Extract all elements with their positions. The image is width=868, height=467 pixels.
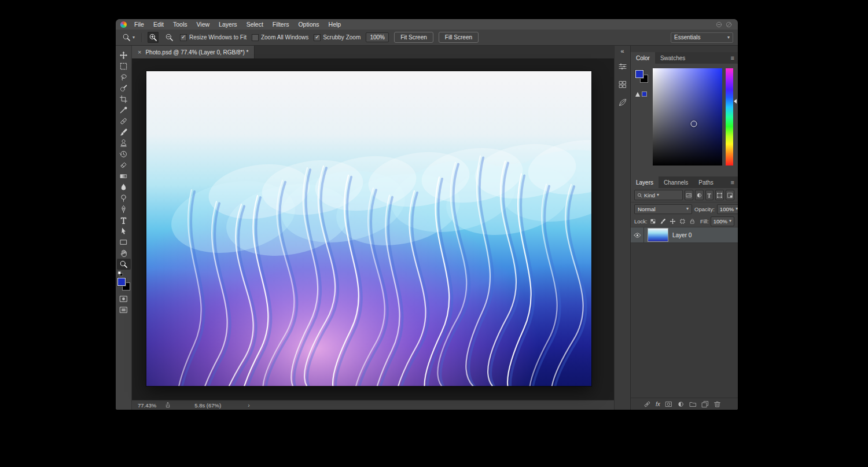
add-layer-mask-icon[interactable] bbox=[665, 400, 672, 408]
quick-mask-mode-button[interactable] bbox=[117, 293, 131, 304]
foreground-color-chip[interactable] bbox=[635, 70, 643, 78]
checkbox-scrubby-zoom[interactable]: ✓ Scrubby Zoom bbox=[314, 34, 361, 41]
checkbox-box: ✓ bbox=[252, 34, 259, 41]
checkbox-zoom-all-windows[interactable]: ✓ Zoom All Windows bbox=[252, 34, 308, 41]
zoom-tool[interactable] bbox=[117, 259, 131, 270]
desktop-background: File Edit Tools View Layers Select Filte… bbox=[0, 0, 868, 467]
lock-artboard-icon[interactable] bbox=[679, 217, 687, 225]
rectangle-tool[interactable] bbox=[117, 237, 131, 248]
hand-tool[interactable] bbox=[117, 248, 131, 259]
eraser-tool[interactable] bbox=[117, 160, 131, 171]
menu-help[interactable]: Help bbox=[324, 21, 346, 28]
status-expand-icon[interactable]: › bbox=[248, 402, 249, 409]
clone-stamp-tool[interactable] bbox=[117, 138, 131, 149]
collapse-panels-icon[interactable]: « bbox=[620, 47, 624, 55]
filter-type-layers-icon[interactable] bbox=[705, 190, 714, 200]
properties-panel-icon[interactable] bbox=[616, 60, 630, 73]
filter-pixel-layers-icon[interactable] bbox=[685, 190, 693, 200]
fit-screen-button[interactable]: Fit Screen bbox=[394, 32, 433, 43]
link-layers-icon[interactable] bbox=[643, 400, 651, 408]
blend-mode-dropdown[interactable]: Normal ▾ bbox=[634, 204, 692, 214]
tab-paths[interactable]: Paths bbox=[693, 176, 719, 188]
checkbox-label: Zoom All Windows bbox=[261, 34, 308, 41]
libraries-panel-icon[interactable] bbox=[616, 96, 630, 109]
adjustments-panel-icon[interactable] bbox=[616, 78, 630, 91]
menu-layers[interactable]: Layers bbox=[214, 21, 242, 28]
gamut-warning[interactable] bbox=[635, 91, 647, 97]
pen-tool[interactable] bbox=[117, 204, 131, 215]
blur-tool[interactable] bbox=[117, 182, 131, 193]
menu-filters[interactable]: Filters bbox=[268, 21, 294, 28]
window-circle-icon-1[interactable] bbox=[716, 21, 722, 28]
menu-select[interactable]: Select bbox=[242, 21, 268, 28]
fill-field[interactable]: 100% ▾ bbox=[711, 216, 734, 226]
layers-panel-menu-icon[interactable]: ≡ bbox=[727, 176, 738, 188]
gradient-tool[interactable] bbox=[117, 171, 131, 182]
zoom-out-button[interactable] bbox=[164, 32, 175, 43]
filter-smart-objects-icon[interactable] bbox=[726, 190, 734, 200]
layer-row[interactable]: Layer 0 bbox=[631, 227, 738, 243]
menu-options[interactable]: Options bbox=[293, 21, 323, 28]
layer-thumbnail[interactable] bbox=[648, 228, 668, 242]
workspace-switcher[interactable]: Essentials ▾ bbox=[671, 32, 733, 43]
new-group-icon[interactable] bbox=[689, 400, 697, 408]
default-colors-icon[interactable] bbox=[117, 271, 123, 277]
color-picker-marker bbox=[690, 120, 697, 127]
layers-panel-footer: fx bbox=[631, 398, 738, 410]
lasso-tool[interactable] bbox=[117, 72, 131, 83]
eyedropper-tool[interactable] bbox=[117, 105, 131, 116]
tab-channels[interactable]: Channels bbox=[659, 176, 693, 188]
tab-close-icon[interactable]: × bbox=[138, 49, 141, 56]
zoom-in-button[interactable] bbox=[148, 32, 159, 43]
filter-shape-layers-icon[interactable] bbox=[715, 190, 724, 200]
screen-mode-button[interactable] bbox=[117, 304, 131, 315]
history-brush-tool[interactable] bbox=[117, 149, 131, 160]
gamut-swatch bbox=[642, 91, 647, 97]
blend-mode-value: Normal bbox=[638, 206, 656, 212]
lock-image-pixels-icon[interactable] bbox=[659, 217, 667, 225]
active-tool-indicator[interactable]: ▾ bbox=[120, 32, 137, 43]
lock-position-icon[interactable] bbox=[669, 217, 677, 225]
spot-healing-brush-tool[interactable] bbox=[117, 116, 131, 127]
type-tool[interactable] bbox=[117, 215, 131, 226]
zoom-percentage-field[interactable] bbox=[366, 32, 389, 42]
menu-tools[interactable]: Tools bbox=[168, 21, 192, 28]
tool-options-bar: ▾ ✓ Resize Windows to Fit ✓ Zoom All Win… bbox=[116, 30, 738, 46]
brush-tool[interactable] bbox=[117, 127, 131, 138]
menu-view[interactable]: View bbox=[192, 21, 215, 28]
checkbox-resize-windows-to-fit[interactable]: ✓ Resize Windows to Fit bbox=[180, 34, 247, 41]
document-tab[interactable]: × Photo.psd @ 77.4% (Layer 0, RGB/8*) * bbox=[132, 46, 255, 58]
menu-edit[interactable]: Edit bbox=[149, 21, 168, 28]
layer-filter-kind-dropdown[interactable]: Kind ▾ bbox=[634, 190, 683, 200]
dodge-tool[interactable] bbox=[117, 193, 131, 204]
filter-adjustment-layers-icon[interactable] bbox=[695, 190, 704, 200]
menu-file[interactable]: File bbox=[130, 21, 149, 28]
rectangular-marquee-tool[interactable] bbox=[117, 61, 131, 72]
export-status-icon[interactable] bbox=[164, 402, 171, 409]
layer-visibility-toggle[interactable] bbox=[631, 227, 644, 242]
tab-layers[interactable]: Layers bbox=[631, 176, 659, 188]
canvas-image[interactable] bbox=[146, 71, 591, 386]
path-selection-tool[interactable] bbox=[117, 226, 131, 237]
quick-selection-tool[interactable] bbox=[117, 83, 131, 94]
check-icon: ✓ bbox=[181, 35, 186, 40]
opacity-field[interactable]: 100% ▾ bbox=[717, 204, 738, 214]
foreground-color-swatch[interactable] bbox=[117, 278, 126, 286]
fill-screen-button[interactable]: Fill Screen bbox=[439, 32, 479, 43]
layer-style-fx-button[interactable]: fx bbox=[656, 401, 660, 407]
new-adjustment-layer-icon[interactable] bbox=[677, 400, 685, 408]
check-icon: ✓ bbox=[315, 35, 319, 40]
saturation-brightness-field[interactable] bbox=[653, 68, 722, 166]
crop-tool[interactable] bbox=[117, 94, 131, 105]
move-tool[interactable] bbox=[117, 50, 131, 61]
window-circle-icon-2[interactable] bbox=[726, 21, 732, 28]
status-zoom-level[interactable]: 77.43% bbox=[138, 402, 156, 409]
lock-transparent-pixels-icon[interactable] bbox=[649, 217, 657, 225]
lock-all-icon[interactable] bbox=[689, 217, 697, 225]
tab-swatches[interactable]: Swatches bbox=[655, 52, 690, 64]
new-layer-icon[interactable] bbox=[701, 400, 709, 408]
hue-slider[interactable] bbox=[726, 68, 733, 166]
delete-layer-icon[interactable] bbox=[713, 400, 721, 408]
color-panel-menu-icon[interactable]: ≡ bbox=[727, 52, 738, 64]
tab-color[interactable]: Color bbox=[631, 52, 655, 64]
